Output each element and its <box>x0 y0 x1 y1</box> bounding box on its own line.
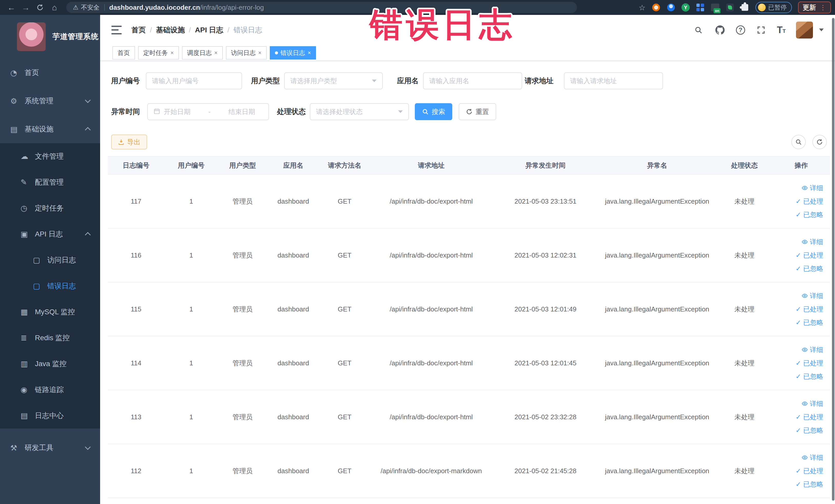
bookmark-star-icon[interactable]: ☆ <box>639 3 646 12</box>
mark-processed-link[interactable]: ✓已处理 <box>795 306 823 313</box>
detail-link[interactable]: 详细 <box>802 454 823 461</box>
app-name-field[interactable] <box>429 77 516 85</box>
mark-ignored-link[interactable]: ✓已忽略 <box>795 211 823 218</box>
sidebar-item-mysql-monitor[interactable]: MySQL 监控 <box>0 299 100 325</box>
tab-scheduled-tasks[interactable]: 定时任务 × <box>138 46 179 60</box>
breadcrumb-api-log[interactable]: API 日志 <box>195 25 223 35</box>
sidebar-item-tracing[interactable]: 链路追踪 <box>0 377 100 403</box>
sidebar-item-scheduled-tasks[interactable]: 定时任务 <box>0 195 100 221</box>
refresh-table-button[interactable] <box>812 135 827 149</box>
tab-error-log[interactable]: 错误日志 × <box>270 46 316 60</box>
extension-blue-icon[interactable] <box>667 3 675 12</box>
toggle-search-button[interactable] <box>791 135 806 149</box>
sidebar-item-access-log[interactable]: 访问日志 <box>0 247 100 273</box>
sidebar-logo-row[interactable]: 芋道管理系统 <box>0 15 100 59</box>
export-button[interactable]: 导出 <box>111 135 147 149</box>
mark-ignored-link[interactable]: ✓已忽略 <box>795 427 823 434</box>
mark-processed-link[interactable]: ✓已处理 <box>795 360 823 366</box>
header-search-button[interactable] <box>693 24 704 36</box>
request-url-input[interactable] <box>564 73 663 89</box>
app-name-input[interactable] <box>423 73 522 89</box>
sidebar-item-api-log[interactable]: API 日志 <box>0 221 100 247</box>
mark-ignored-link[interactable]: ✓已忽略 <box>795 481 823 488</box>
profile-paused-pill[interactable]: 已暂停 <box>755 2 792 13</box>
forward-button[interactable]: → <box>19 2 33 13</box>
extensions-puzzle-icon[interactable] <box>740 3 749 12</box>
mark-ignored-link[interactable]: ✓已忽略 <box>795 319 823 326</box>
fullscreen-icon <box>757 26 765 34</box>
start-date-placeholder[interactable]: 开始日期 <box>164 107 190 116</box>
eye-icon <box>802 239 808 245</box>
detail-link[interactable]: 详细 <box>802 400 823 407</box>
browser-update-button[interactable]: 更新 ⋮ <box>798 2 831 13</box>
tab-dispatch-log[interactable]: 调度日志 × <box>182 46 223 60</box>
detail-link[interactable]: 详细 <box>802 346 823 353</box>
table-header-row: 日志编号 用户编号 用户类型 应用名 请求方法名 请求地址 异常发生时间 异常名… <box>108 156 830 174</box>
sidebar: 芋道管理系统 首页 系统管理 基础设施 <box>0 15 100 504</box>
browser-menu-kebab-icon[interactable]: ⋮ <box>820 4 826 12</box>
mark-processed-link[interactable]: ✓已处理 <box>795 467 823 474</box>
detail-label: 详细 <box>810 239 823 245</box>
mark-processed-link[interactable]: ✓已处理 <box>795 414 823 420</box>
exception-time-label: 异常时间 <box>111 107 140 117</box>
cell-user-type: 管理员 <box>218 390 267 444</box>
sidebar-item-error-log[interactable]: 错误日志 <box>0 273 100 299</box>
breadcrumb-home[interactable]: 首页 <box>131 25 146 35</box>
sidebar-item-system-management[interactable]: 系统管理 <box>0 87 100 115</box>
request-url-field[interactable] <box>570 77 657 85</box>
sidebar-item-config-management[interactable]: 配置管理 <box>0 169 100 195</box>
avatar-caret-icon[interactable] <box>819 28 824 31</box>
extension-leaf-icon[interactable] <box>726 3 734 12</box>
sidebar-item-dev-tools[interactable]: 研发工具 <box>0 434 100 462</box>
close-icon[interactable]: × <box>258 50 262 56</box>
detail-link[interactable]: 详细 <box>802 293 823 299</box>
docs-help-button[interactable]: ? <box>736 25 745 35</box>
end-date-placeholder[interactable]: 结束日期 <box>228 107 255 116</box>
user-avatar[interactable] <box>796 22 813 39</box>
security-chip[interactable]: 不安全 <box>81 3 100 12</box>
sidebar-item-infrastructure[interactable]: 基础设施 <box>0 115 100 143</box>
user-id-field[interactable] <box>152 77 236 85</box>
sidebar-item-redis-monitor[interactable]: Redis 监控 <box>0 325 100 351</box>
sidebar-item-java-monitor[interactable]: Java 监控 <box>0 351 100 377</box>
fullscreen-button[interactable] <box>755 24 767 36</box>
reload-button[interactable] <box>33 2 47 13</box>
sidebar-item-log-center[interactable]: 日志中心 <box>0 403 100 428</box>
detail-link[interactable]: 详细 <box>802 239 823 245</box>
infrastructure-submenu: 文件管理 配置管理 定时任务 API 日志 <box>0 143 100 428</box>
tab-access-log[interactable]: 访问日志 × <box>226 46 267 60</box>
search-button[interactable]: 搜索 <box>415 103 452 120</box>
tab-home[interactable]: 首页 <box>113 46 135 60</box>
mark-ignored-link[interactable]: ✓已忽略 <box>795 265 823 272</box>
user-id-input[interactable] <box>146 73 242 89</box>
reset-button[interactable]: 重置 <box>459 103 496 120</box>
detail-link[interactable]: 详细 <box>802 185 823 191</box>
cell-exception-time: 2021-05-03 12:02:31 <box>493 228 598 282</box>
mark-processed-link[interactable]: ✓已处理 <box>795 198 823 205</box>
extension-grid-icon[interactable] <box>696 3 705 12</box>
sidebar-item-home[interactable]: 首页 <box>0 59 100 87</box>
close-icon[interactable]: × <box>214 50 218 56</box>
breadcrumb-infrastructure[interactable]: 基础设施 <box>156 25 185 35</box>
close-icon[interactable]: × <box>308 50 311 56</box>
mark-processed-link[interactable]: ✓已处理 <box>795 252 823 259</box>
extension-green-icon[interactable]: Y <box>681 3 690 12</box>
sidebar-item-file-management[interactable]: 文件管理 <box>0 143 100 169</box>
page-scrollbar[interactable] <box>832 18 834 501</box>
exception-time-range-picker[interactable]: 开始日期 - 结束日期 <box>147 103 269 120</box>
address-bar[interactable]: ⚠ 不安全 dashboard.yudao.iocoder.cn /infra/… <box>66 2 577 13</box>
back-button[interactable]: ← <box>4 2 19 13</box>
cell-app-name: dashboard <box>267 228 320 282</box>
extension-orange-icon[interactable] <box>652 3 660 12</box>
user-type-select[interactable]: 请选择用户类型 <box>284 73 383 89</box>
mark-ignored-link[interactable]: ✓已忽略 <box>795 373 823 380</box>
font-size-button[interactable]: TT <box>777 25 786 35</box>
detail-label: 详细 <box>810 293 823 299</box>
home-button[interactable]: ⌂ <box>47 2 62 13</box>
extension-on-badge-icon[interactable]: on <box>711 3 719 12</box>
close-icon[interactable]: × <box>170 50 174 56</box>
processed-label: 已处理 <box>803 467 823 474</box>
hamburger-icon[interactable] <box>111 26 122 35</box>
github-button[interactable] <box>714 24 726 36</box>
process-status-select[interactable]: 请选择处理状态 <box>310 103 409 120</box>
